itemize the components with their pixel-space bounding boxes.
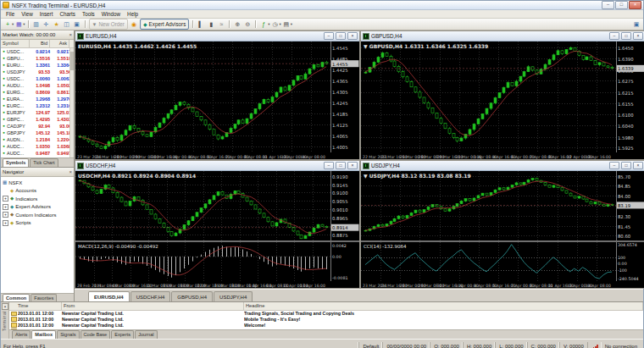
tab-tick-chart[interactable]: Tick Chart <box>30 158 58 167</box>
column-header-headline[interactable]: Headline <box>244 302 643 310</box>
close-button[interactable]: × <box>633 32 643 40</box>
menu-charts[interactable]: Charts <box>56 11 79 17</box>
market-watch-row[interactable]: ●AUDN...1.21841.2204 <box>1 136 74 143</box>
terminal-tab-code-base[interactable]: Code Base <box>80 330 111 339</box>
market-watch-row[interactable]: ●AUDC...1.03501.0368 <box>1 143 74 150</box>
column-header-bid[interactable]: Bid <box>30 40 50 47</box>
zoom-in-icon[interactable]: ⊕ <box>233 19 242 29</box>
minimize-button[interactable]: – <box>324 32 334 40</box>
chart-window-titlebar[interactable]: GBPUSD,H4–□× <box>361 31 644 41</box>
chart-window-titlebar[interactable]: USDJPY,H4–□× <box>361 161 644 171</box>
market-watch-icon[interactable]: ▥ <box>31 19 41 29</box>
candlestick-chart-icon[interactable]: ▮ <box>207 19 216 29</box>
column-header-time[interactable]: Time <box>9 302 62 310</box>
profiles-dropdown-icon[interactable]: ▾ <box>23 22 25 26</box>
column-header-ask[interactable]: Ask <box>50 40 69 47</box>
column-header-symbol[interactable]: Symbol <box>1 40 30 47</box>
terminal-scroll-up-icon[interactable]: ▴ <box>2 303 8 310</box>
navigator-item-scripts[interactable]: +◆Scripts <box>3 219 74 228</box>
market-watch-row[interactable]: ●GBPU...1.55161.5519 <box>1 55 74 62</box>
close-icon[interactable]: × <box>69 169 72 174</box>
minimize-button[interactable]: – <box>324 162 334 169</box>
templates-dropdown-icon[interactable]: ▾ <box>291 22 292 26</box>
mailbox-row[interactable]: 2013.01.01 12:00Newstar Capital Trading … <box>9 311 643 317</box>
close-button[interactable]: × <box>633 162 643 169</box>
chart-canvas-gbpusd[interactable]: 1.64501.63901.63301.62751.62151.61551.61… <box>361 41 644 159</box>
market-watch-row[interactable]: ●EURJPY124.97125.01 <box>1 109 74 116</box>
market-watch-row[interactable]: ●CADJPY92.9493.00 <box>1 123 74 130</box>
menu-help[interactable]: Help <box>124 11 142 17</box>
new-order-button[interactable]: ▼New Order <box>89 19 128 30</box>
status-profile[interactable]: Default <box>358 342 382 348</box>
market-watch-row[interactable]: ●USDJPY93.5393.56 <box>1 69 74 75</box>
terminal-tab-experts[interactable]: Experts <box>111 330 134 339</box>
close-button[interactable]: × <box>347 32 358 40</box>
terminal-tab-alerts[interactable]: Alerts <box>12 330 31 339</box>
indicators-icon[interactable]: ƒ <box>259 19 269 29</box>
chart-canvas-eurusd[interactable]: 1.45451.44851.44251.43651.43051.42451.41… <box>75 41 359 159</box>
metaeditor-icon[interactable]: ◉ <box>129 19 138 29</box>
navigator-item-indicators[interactable]: +◆Indicators <box>3 195 74 203</box>
terminal-icon[interactable]: ◫ <box>62 19 71 29</box>
market-watch-row[interactable]: ●EURA...1.29681.2970 <box>1 96 74 102</box>
navigator-icon[interactable]: ★ <box>52 19 61 29</box>
navigator-root[interactable]: ▦NSFX <box>3 179 74 187</box>
mailbox-row[interactable]: 2013.01.01 12:00Newstar Capital Trading … <box>9 317 643 323</box>
minimize-button[interactable]: – <box>609 32 619 40</box>
market-watch-row[interactable]: ●AUDU...1.04981.0502 <box>1 82 74 89</box>
market-watch-row[interactable]: ●USDC...0.92140.9217 <box>1 48 74 55</box>
market-watch-scrollbar[interactable] <box>69 48 74 157</box>
close-button[interactable]: × <box>347 162 358 169</box>
data-window-icon[interactable]: ✛ <box>42 19 51 29</box>
zoom-out-icon[interactable]: ⊖ <box>243 19 253 29</box>
terminal-tab-signals[interactable]: Signals <box>57 330 79 339</box>
profiles-icon[interactable]: ▦ <box>14 19 24 29</box>
market-watch-row[interactable]: ●EURG...0.86090.8613 <box>1 89 74 96</box>
expand-icon[interactable]: + <box>3 220 8 226</box>
expand-icon[interactable]: + <box>3 196 8 202</box>
strategy-tester-icon[interactable]: ▣ <box>72 19 81 29</box>
expert-advisors-button[interactable]: ◆Expert Advisors <box>140 19 189 30</box>
market-watch-row[interactable]: ●EURU...1.33611.3364 <box>1 62 74 69</box>
minimize-button[interactable]: – <box>609 162 619 169</box>
minimize-button[interactable]: – <box>602 1 614 9</box>
bar-chart-icon[interactable]: ▍ <box>197 19 206 29</box>
close-icon[interactable]: × <box>69 32 72 37</box>
market-watch-row[interactable]: ●USDC...1.00601.0063 <box>1 75 74 82</box>
restore-button[interactable]: □ <box>336 32 346 40</box>
market-watch-row[interactable]: ●GBPC...1.42951.4303 <box>1 116 74 123</box>
periods-icon[interactable]: ◷ <box>270 19 280 29</box>
chart-window-titlebar[interactable]: USDCHF,H4–□× <box>75 161 359 171</box>
menu-insert[interactable]: Insert <box>36 11 57 17</box>
menu-tools[interactable]: Tools <box>79 11 98 17</box>
navigator-item-expert-advisors[interactable]: +◆Expert Advisors <box>3 203 74 212</box>
expand-icon[interactable]: + <box>3 204 8 210</box>
terminal-tab-mailbox[interactable]: Mailbox <box>31 330 56 339</box>
mailbox-row[interactable]: 2013.01.01 12:00Newstar Capital Trading … <box>9 323 643 329</box>
menu-view[interactable]: View <box>18 11 36 17</box>
menu-window[interactable]: Window <box>98 11 124 17</box>
new-chart-icon[interactable]: + <box>3 19 13 29</box>
maximize-button[interactable]: □ <box>615 1 628 9</box>
market-watch-row[interactable]: ●EURC...1.23121.2316 <box>1 102 74 109</box>
menu-file[interactable]: File <box>3 11 18 17</box>
column-header-from[interactable]: From <box>62 302 244 310</box>
templates-icon[interactable]: ▤ <box>281 19 291 29</box>
close-button[interactable]: × <box>629 1 641 9</box>
market-watch-row[interactable]: ●AUDC...0.94870.9497 <box>1 150 74 157</box>
restore-button[interactable]: □ <box>336 162 346 169</box>
line-chart-icon[interactable]: ≈ <box>217 19 226 29</box>
navigator-item-custom-indicators[interactable]: +◆Custom Indicators <box>3 211 74 219</box>
restore-button[interactable]: □ <box>621 162 631 169</box>
community-icon[interactable]: ▣ <box>632 19 641 29</box>
scrollbar-thumb[interactable] <box>70 52 74 70</box>
chart-canvas-usdchf[interactable]: 0.91900.91450.91000.90550.90100.89650.89… <box>75 171 359 288</box>
chart-canvas-usdjpy[interactable]: 85.7084.8584.0083.1582.3081.4580.6083.19… <box>361 171 644 288</box>
navigator-item-accounts[interactable]: ◆Accounts <box>3 187 74 196</box>
tab-symbols[interactable]: Symbols <box>3 158 29 167</box>
restore-button[interactable]: □ <box>621 32 631 40</box>
chart-window-titlebar[interactable]: EURUSD,H4–□× <box>75 31 359 41</box>
market-watch-row[interactable]: ●GBPJPY145.12145.18 <box>1 130 74 136</box>
terminal-tab-journal[interactable]: Journal <box>135 330 157 339</box>
expand-icon[interactable]: + <box>3 212 8 218</box>
